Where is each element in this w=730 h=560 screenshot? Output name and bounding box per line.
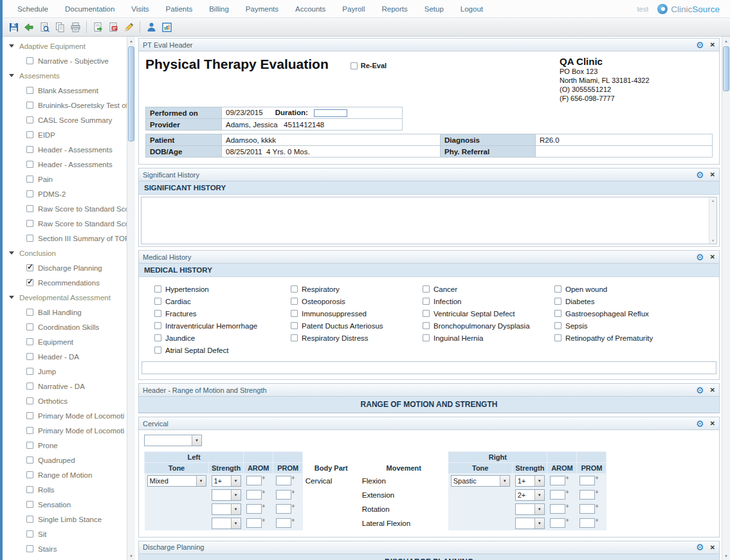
medical-history-option[interactable]: Atrial Septal Defect xyxy=(154,344,291,356)
medical-history-option[interactable]: Intraventricular Hemorrhage xyxy=(154,320,291,332)
section-checkbox[interactable] xyxy=(26,530,33,537)
nav-menu-item[interactable]: Payroll xyxy=(334,5,373,13)
tree-row[interactable]: Quadruped xyxy=(3,453,127,467)
left-prom-input[interactable] xyxy=(276,490,291,500)
left-arom-input[interactable] xyxy=(246,476,262,485)
section-checkbox[interactable] xyxy=(26,220,33,227)
left-tone-select[interactable]: Mixed xyxy=(147,475,206,487)
left-prom-input[interactable] xyxy=(276,504,291,514)
section-checkbox[interactable] xyxy=(26,161,33,168)
checkbox[interactable] xyxy=(423,298,430,305)
main-scrollbar[interactable] xyxy=(722,37,730,560)
section-checkbox[interactable] xyxy=(26,57,33,64)
nav-menu-item[interactable]: Schedule xyxy=(9,5,57,13)
section-checkbox[interactable] xyxy=(26,190,33,197)
export-word-icon[interactable] xyxy=(91,20,105,34)
section-checkbox[interactable] xyxy=(26,471,33,478)
tree-row[interactable]: Header - Assessments xyxy=(3,142,127,157)
collapse-arrow-icon[interactable] xyxy=(9,251,14,255)
tree-row[interactable]: Narrative - DA xyxy=(3,379,127,393)
checkbox[interactable] xyxy=(154,322,161,329)
medical-history-option[interactable]: Infection xyxy=(423,295,554,307)
patient-info-icon[interactable] xyxy=(144,20,158,34)
checkbox[interactable] xyxy=(423,310,430,317)
medical-history-other-input[interactable] xyxy=(141,361,716,374)
save-icon[interactable] xyxy=(6,20,21,34)
settings-gear-icon[interactable] xyxy=(696,543,704,552)
tree-row[interactable]: Adaptive Equipment xyxy=(3,39,127,53)
medical-history-option[interactable]: Sepsis xyxy=(554,320,719,332)
right-prom-input[interactable] xyxy=(579,504,595,514)
checkbox[interactable] xyxy=(154,298,161,305)
section-checkbox[interactable] xyxy=(26,323,33,330)
scroll-down-arrow-icon[interactable] xyxy=(722,552,730,560)
tree-row[interactable]: Stairs xyxy=(3,541,127,556)
close-icon[interactable] xyxy=(710,386,715,393)
tree-row[interactable]: Orthotics xyxy=(3,393,127,408)
medical-history-option[interactable]: Cardiac xyxy=(154,295,291,307)
tree-row[interactable]: Blank Assessment xyxy=(3,83,127,98)
section-checkbox[interactable] xyxy=(26,427,33,434)
tree-row[interactable]: Discharge Planning xyxy=(3,260,127,275)
tree-row[interactable]: PDMS-2 xyxy=(3,186,127,201)
close-icon[interactable] xyxy=(710,171,715,178)
right-tone-select[interactable]: Spastic xyxy=(451,475,510,487)
significant-history-textarea[interactable] xyxy=(141,197,717,244)
left-strength-select[interactable] xyxy=(212,503,241,515)
checkbox[interactable] xyxy=(554,298,561,305)
left-prom-input[interactable] xyxy=(276,518,291,528)
section-checkbox[interactable] xyxy=(26,309,33,316)
nav-menu-item[interactable]: Patients xyxy=(158,5,201,13)
tree-row[interactable]: Recommendations xyxy=(3,275,127,290)
tree-row[interactable]: Bruininks-Oseretsky Test of xyxy=(3,98,127,113)
section-checkbox[interactable] xyxy=(26,87,33,94)
tree-row[interactable]: Coordination Skills xyxy=(3,320,127,334)
section-checkbox[interactable] xyxy=(26,516,33,523)
section-checkbox[interactable] xyxy=(26,442,33,449)
checkbox[interactable] xyxy=(423,322,430,329)
medical-history-option[interactable]: Osteoporosis xyxy=(291,295,423,307)
medical-history-option[interactable]: Gastroesophageal Reflux xyxy=(554,307,719,320)
checkbox[interactable] xyxy=(154,347,161,354)
left-strength-select[interactable] xyxy=(212,518,241,529)
export-pdf-icon[interactable] xyxy=(106,20,120,34)
cervical-template-select[interactable] xyxy=(144,435,202,446)
tree-row[interactable]: Rolls xyxy=(3,482,127,497)
medical-history-option[interactable]: Respiratory xyxy=(291,283,423,295)
panel-drag-bar[interactable]: Cervical xyxy=(139,417,719,430)
section-checkbox[interactable] xyxy=(26,456,33,464)
scrollbar-thumb[interactable] xyxy=(723,46,729,91)
checkbox[interactable] xyxy=(291,310,298,317)
panel-drag-bar[interactable]: PT Eval Header xyxy=(139,39,719,51)
checkbox[interactable] xyxy=(154,285,161,293)
settings-gear-icon[interactable] xyxy=(696,170,704,179)
section-checkbox[interactable] xyxy=(26,205,33,212)
section-checkbox[interactable] xyxy=(26,116,33,123)
tree-row[interactable]: Pain xyxy=(3,172,127,186)
nav-menu-item[interactable]: Logout xyxy=(452,5,491,13)
nav-menu-item[interactable]: Reports xyxy=(373,5,415,13)
section-checkbox[interactable] xyxy=(26,264,33,271)
tree-row[interactable]: Single Limb Stance xyxy=(3,512,127,527)
checkbox[interactable] xyxy=(423,285,430,293)
medical-history-option[interactable]: Ventricular Septal Defect xyxy=(423,307,554,320)
left-arom-input[interactable] xyxy=(246,504,262,514)
tree-row[interactable]: CASL Score Summary xyxy=(3,113,127,127)
checkbox[interactable] xyxy=(291,298,298,305)
section-checkbox[interactable] xyxy=(26,368,33,375)
nav-menu-item[interactable]: Setup xyxy=(416,5,452,13)
scroll-up-arrow-icon[interactable] xyxy=(127,37,135,45)
medical-history-option[interactable]: Immunosuppressed xyxy=(291,307,423,320)
right-arom-input[interactable] xyxy=(550,504,565,514)
panel-drag-bar[interactable]: Medical History xyxy=(139,251,719,264)
nav-menu-item[interactable]: Billing xyxy=(201,5,237,13)
section-checkbox[interactable] xyxy=(26,383,33,390)
left-arom-input[interactable] xyxy=(246,518,262,528)
section-checkbox[interactable] xyxy=(26,412,33,419)
right-arom-input[interactable] xyxy=(550,476,565,485)
checkbox[interactable] xyxy=(554,285,561,293)
right-prom-input[interactable] xyxy=(579,490,595,500)
right-strength-select[interactable]: 1+ xyxy=(515,475,545,487)
re-eval-checkbox[interactable]: Re-Eval xyxy=(351,62,387,69)
collapse-arrow-icon[interactable] xyxy=(9,74,14,77)
